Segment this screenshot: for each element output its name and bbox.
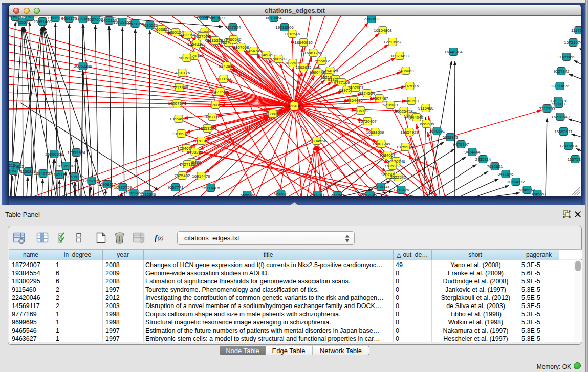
svg-text:2935114: 2935114 — [475, 157, 491, 162]
svg-text:131313: 131313 — [311, 193, 324, 196]
svg-text:7955812: 7955812 — [314, 59, 330, 63]
svg-text:1362615: 1362615 — [295, 65, 312, 70]
svg-text:9657771: 9657771 — [167, 185, 184, 190]
svg-text:10207374: 10207374 — [168, 101, 186, 106]
svg-text:20364486: 20364486 — [344, 98, 363, 103]
svg-text:19166827: 19166827 — [172, 132, 190, 136]
svg-text:9474444: 9474444 — [464, 150, 481, 155]
svg-text:7857224: 7857224 — [225, 25, 241, 30]
svg-text:10973493: 10973493 — [390, 54, 409, 58]
svg-text:16648784: 16648784 — [444, 50, 463, 54]
svg-text:19654923: 19654923 — [400, 130, 419, 135]
svg-text:19384554: 19384554 — [308, 139, 326, 143]
svg-text:12213967: 12213967 — [383, 40, 402, 45]
svg-text:1588520: 1588520 — [270, 57, 287, 61]
svg-text:8471676: 8471676 — [497, 172, 514, 177]
svg-text:18640910: 18640910 — [294, 40, 313, 45]
svg-text:9329966: 9329966 — [558, 55, 575, 59]
svg-text:2803144: 2803144 — [215, 77, 232, 81]
svg-text:7386372: 7386372 — [353, 108, 369, 113]
svg-text:(x): (x) — [158, 235, 164, 242]
svg-text:9115460: 9115460 — [418, 106, 434, 111]
svg-text:10507487: 10507487 — [370, 96, 388, 101]
svg-text:8813054: 8813054 — [266, 16, 282, 20]
svg-text:1145194: 1145194 — [52, 172, 68, 177]
svg-text:19218506: 19218506 — [275, 25, 294, 30]
svg-text:12942737: 12942737 — [34, 171, 52, 176]
svg-text:15720407: 15720407 — [358, 119, 377, 124]
svg-text:1427136: 1427136 — [179, 162, 195, 167]
svg-text:18724007: 18724007 — [285, 104, 303, 108]
svg-text:15716485: 15716485 — [202, 186, 220, 190]
svg-text:15136141: 15136141 — [372, 185, 390, 189]
svg-text:17359924: 17359924 — [67, 150, 85, 155]
svg-text:12213369: 12213369 — [170, 85, 188, 90]
svg-text:1640591: 1640591 — [429, 129, 445, 134]
svg-text:8267110: 8267110 — [205, 115, 221, 119]
svg-text:1167533: 1167533 — [568, 157, 581, 162]
svg-text:1170053: 1170053 — [208, 103, 224, 107]
svg-text:424242: 424242 — [331, 193, 345, 196]
svg-text:18300295: 18300295 — [264, 112, 282, 116]
svg-text:12505135: 12505135 — [66, 174, 84, 179]
svg-text:9794028: 9794028 — [322, 69, 338, 73]
svg-text:872341: 872341 — [363, 193, 377, 196]
svg-text:5938923: 5938923 — [442, 135, 459, 140]
svg-text:7462061: 7462061 — [347, 85, 364, 90]
svg-text:6216021: 6216021 — [382, 103, 399, 107]
svg-text:15751074: 15751074 — [564, 40, 581, 45]
svg-text:19654923: 19654923 — [169, 117, 188, 121]
svg-text:7485063: 7485063 — [398, 69, 414, 73]
svg-text:10975887: 10975887 — [57, 164, 75, 168]
svg-text:9896121: 9896121 — [179, 56, 195, 60]
svg-text:18807249: 18807249 — [372, 142, 390, 146]
svg-text:20206516: 20206516 — [45, 152, 63, 157]
svg-text:9699695: 9699695 — [418, 122, 434, 126]
svg-text:16782759: 16782759 — [114, 185, 132, 190]
svg-text:12353594: 12353594 — [198, 126, 216, 131]
svg-text:3824554: 3824554 — [359, 91, 375, 96]
svg-text:5498222: 5498222 — [187, 150, 203, 155]
svg-text:1292346: 1292346 — [140, 192, 156, 196]
svg-text:9227342: 9227342 — [553, 69, 570, 74]
svg-text:964521: 964521 — [274, 192, 288, 196]
svg-text:8427552: 8427552 — [212, 90, 228, 94]
svg-text:565656: 565656 — [241, 193, 254, 196]
svg-text:8912954: 8912954 — [179, 33, 195, 37]
svg-text:16961758: 16961758 — [304, 51, 322, 55]
svg-text:10688609: 10688609 — [366, 130, 384, 135]
svg-text:7632621: 7632621 — [487, 164, 503, 169]
svg-text:16053809: 16053809 — [206, 16, 225, 20]
svg-text:84215: 84215 — [9, 163, 16, 168]
svg-text:1615132: 1615132 — [384, 164, 401, 168]
svg-text:15692971: 15692971 — [554, 129, 573, 134]
svg-text:7625402: 7625402 — [174, 173, 190, 178]
svg-text:924565: 924565 — [531, 192, 545, 196]
svg-text:19756928: 19756928 — [396, 145, 415, 149]
svg-text:9463627: 9463627 — [403, 99, 420, 103]
svg-text:9460546: 9460546 — [225, 37, 242, 42]
svg-text:998877: 998877 — [552, 102, 566, 106]
svg-text:1117205: 1117205 — [571, 28, 581, 33]
svg-text:2087682: 2087682 — [363, 17, 380, 21]
svg-text:12975115: 12975115 — [401, 84, 420, 89]
svg-text:10654112: 10654112 — [507, 180, 526, 184]
svg-text:16543382: 16543382 — [187, 42, 206, 47]
svg-text:16210643: 16210643 — [551, 115, 570, 119]
svg-text:8878352: 8878352 — [193, 139, 209, 143]
svg-text:1733426: 1733426 — [393, 188, 409, 192]
svg-text:1132546: 1132546 — [285, 32, 300, 36]
svg-text:16154808: 16154808 — [374, 28, 392, 33]
svg-text:2522542: 2522542 — [390, 175, 406, 180]
svg-text:9777169: 9777169 — [334, 80, 350, 85]
svg-text:20053346: 20053346 — [74, 64, 92, 69]
svg-text:9084067: 9084067 — [379, 153, 396, 158]
svg-text:17016504: 17016504 — [559, 144, 578, 148]
svg-text:944042: 944042 — [410, 115, 424, 120]
svg-text:6479197: 6479197 — [453, 142, 469, 147]
svg-text:9242848: 9242848 — [219, 64, 235, 69]
svg-text:12093822: 12093822 — [551, 84, 569, 89]
svg-text:16914479: 16914479 — [192, 174, 210, 179]
svg-text:2718176: 2718176 — [174, 71, 190, 75]
svg-text:3215955: 3215955 — [539, 106, 555, 111]
